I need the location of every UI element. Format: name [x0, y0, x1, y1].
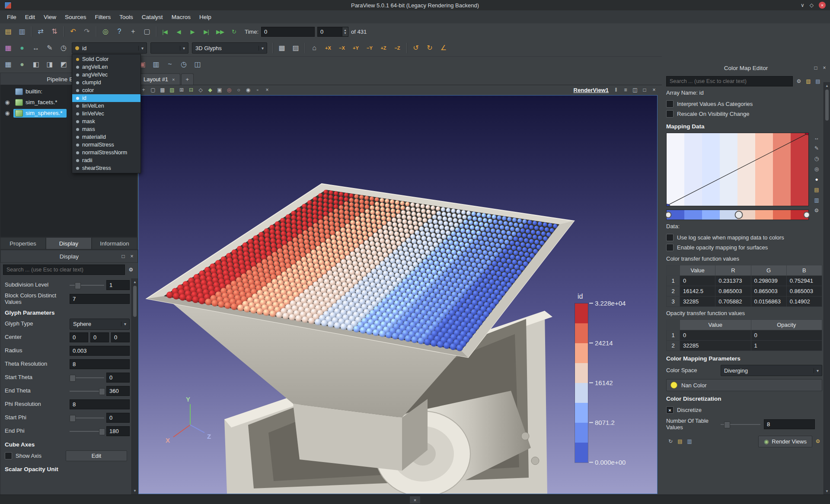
menu-filters[interactable]: Filters [91, 12, 115, 22]
maximize-window-icon[interactable]: ◇ [810, 2, 814, 8]
glyph-filter-icon[interactable]: ● [16, 58, 29, 71]
discretize-checkbox[interactable]: × [666, 406, 674, 414]
set-view-minus-x-icon[interactable]: −X [335, 41, 348, 54]
array-option-normalstressnorm[interactable]: normalStressNorm [72, 149, 140, 156]
show-axis-checkbox[interactable] [5, 452, 12, 459]
center-input-1[interactable] [90, 332, 109, 342]
play-icon[interactable]: ▶ [186, 25, 199, 38]
array-option-color[interactable]: color [72, 86, 140, 94]
select-points-polygon-icon[interactable]: ◆ [206, 86, 214, 94]
array-option-materialid[interactable]: materialId [72, 133, 140, 141]
rescale-custom-icon[interactable]: ✎ [43, 41, 56, 54]
spreadsheet-view-icon[interactable]: ▦ [2, 58, 15, 71]
scroll-down-icon[interactable]: ▼ [825, 488, 829, 495]
refresh-views-icon[interactable]: ↻ [666, 437, 675, 446]
menu-file[interactable]: File [3, 12, 21, 22]
select-block-icon[interactable]: ▣ [215, 86, 224, 94]
spin-up-icon[interactable]: ▲ [344, 29, 347, 32]
select-surface-cells-icon[interactable]: ▩ [275, 41, 288, 54]
color-transfer-table-cell[interactable]: 0.231373 [715, 276, 751, 286]
loop-icon[interactable]: ↻ [227, 25, 240, 38]
close-layout-icon[interactable]: × [172, 77, 175, 82]
array-option-angvellen[interactable]: angVelLen [72, 63, 140, 71]
new-layout-tab[interactable]: + [181, 73, 194, 85]
color-transfer-table-cell[interactable]: 0.865003 [715, 286, 751, 297]
choose-preset-rail-icon[interactable]: ▤ [812, 185, 821, 194]
center-input-0[interactable] [70, 332, 88, 342]
transfer-function-plot[interactable] [666, 133, 809, 206]
color-transfer-table-cell[interactable]: 0.0156863 [751, 297, 786, 307]
save-preset-icon[interactable]: ▤ [814, 77, 822, 86]
rescale-custom-range-icon[interactable]: ✎ [812, 144, 821, 153]
opacity-transfer-table-cell[interactable]: 1 [751, 341, 822, 351]
start-phi-slider[interactable] [70, 414, 104, 422]
render-viewport[interactable]: Y X Z id 3.228e+0424214161428071.20.000e… [138, 95, 658, 494]
menu-view[interactable]: View [39, 12, 61, 22]
frame-spin-arrows[interactable]: ▲▼ [342, 27, 348, 37]
rescale-visible-range-icon[interactable]: ◎ [812, 165, 821, 173]
select-data-icon[interactable]: + [127, 25, 140, 38]
palette-gear-icon[interactable]: ⚙ [814, 437, 822, 446]
invert-transfer-icon[interactable]: ● [812, 175, 821, 184]
tab-information[interactable]: Information [92, 237, 137, 249]
display-search-input[interactable] [3, 265, 125, 275]
edit-button[interactable]: Edit [66, 450, 127, 461]
hover-cells-icon[interactable]: ◉ [244, 86, 252, 94]
open-file-icon[interactable]: ▤ [2, 25, 15, 38]
menu-edit[interactable]: Edit [21, 12, 39, 22]
subdivision-level-input[interactable] [106, 280, 130, 290]
close-view-icon[interactable]: × [650, 86, 658, 94]
maximize-view-icon[interactable]: □ [640, 86, 649, 94]
array-option-shearstress[interactable]: shearStress [72, 164, 140, 172]
menu-macros[interactable]: Macros [167, 12, 195, 22]
color-transfer-table-cell[interactable]: 0 [680, 276, 715, 286]
last-frame-icon[interactable]: ▶▶ [214, 25, 227, 38]
select-cells-on-icon[interactable]: ▩ [158, 86, 167, 94]
interactive-select-points-icon[interactable]: ○ [234, 86, 243, 94]
scroll-thumb[interactable] [825, 89, 829, 121]
display-scrollbar[interactable]: ▲▼ [131, 278, 138, 494]
set-view-minus-y-icon[interactable]: −Y [363, 41, 376, 54]
end-phi-input[interactable] [106, 426, 130, 436]
disconnect-server-icon[interactable]: ⇅ [48, 25, 61, 38]
start-theta-slider[interactable] [70, 374, 104, 382]
clear-selection-icon[interactable]: × [263, 86, 271, 94]
select-points-through-icon[interactable]: ⊟ [187, 86, 195, 94]
advanced-gear-rail-icon[interactable]: ⚙ [812, 206, 821, 215]
split-view-icon[interactable]: ◫ [631, 86, 639, 94]
rescale-data-range-icon[interactable]: ↔ [812, 134, 821, 142]
layout-tab[interactable]: Layout #1 × [138, 73, 180, 85]
color-legend[interactable]: id 3.228e+0424214161428071.20.000e+00 [575, 293, 641, 463]
reset-camera-icon[interactable]: ⌂ [308, 41, 321, 54]
save-file-icon[interactable]: ▥ [16, 25, 29, 38]
threshold-filter-icon[interactable]: ◩ [57, 58, 70, 71]
color-transfer-table-cell[interactable]: 0.752941 [786, 276, 822, 286]
color-transfer-table-cell[interactable]: 0.14902 [786, 297, 822, 307]
opacity-transfer-table-cell[interactable]: 0 [680, 330, 751, 341]
time-input[interactable] [261, 27, 315, 37]
theta-resolution-input[interactable] [70, 359, 130, 369]
menu-sources[interactable]: Sources [61, 12, 91, 22]
close-dock-icon[interactable]: × [820, 64, 828, 72]
colormap-midpoint-handle[interactable] [735, 211, 743, 219]
frame-input[interactable] [317, 27, 342, 37]
select-cells-through-icon[interactable]: ⊞ [177, 86, 186, 94]
rotate-90-cw-icon[interactable]: ↻ [423, 41, 436, 54]
transfer-function-editor[interactable] [666, 133, 809, 220]
array-option-mask[interactable]: mask [72, 118, 140, 125]
component-combo[interactable]: ▾ [150, 42, 188, 54]
rotate-90-ccw-icon[interactable]: ↺ [409, 41, 422, 54]
help-icon[interactable]: ? [113, 25, 126, 38]
array-option-linvelvec[interactable]: linVelVec [72, 110, 140, 118]
pause-view-icon[interactable]: ‖ [612, 86, 620, 94]
use-log-scale-when-mapping-data-to-colors-checkbox[interactable] [666, 234, 674, 241]
select-points-on-icon[interactable]: ▨ [168, 86, 176, 94]
save-to-file-icon[interactable]: ▥ [685, 437, 694, 446]
nan-color-button[interactable]: Nan Color [666, 379, 822, 391]
phi-resolution-input[interactable] [70, 399, 130, 409]
camera-icon[interactable]: ▢ [140, 25, 153, 38]
color-transfer-table-cell[interactable]: 0.865003 [786, 286, 822, 297]
spin-down-icon[interactable]: ▼ [344, 32, 347, 35]
view-menu-icon[interactable]: ≡ [621, 86, 630, 94]
color-transfer-table-cell[interactable]: 0.705882 [715, 297, 751, 307]
